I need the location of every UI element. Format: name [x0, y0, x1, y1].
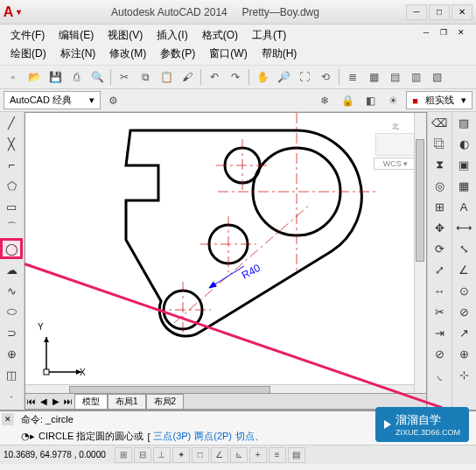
- otrack-icon[interactable]: ∠: [211, 447, 228, 463]
- copy-icon[interactable]: ⧉: [136, 67, 155, 87]
- dim-angular-icon[interactable]: ∠: [452, 259, 475, 280]
- zoom-icon[interactable]: 🔎: [274, 67, 293, 87]
- layer-dropdown[interactable]: ■ 粗实线 ▾: [406, 91, 472, 109]
- menu-view[interactable]: 视图(V): [101, 26, 150, 45]
- menu-draw[interactable]: 绘图(D): [4, 45, 53, 63]
- viewcube[interactable]: 北 WCS ▾: [374, 122, 417, 170]
- array-icon[interactable]: ⊞: [428, 196, 451, 217]
- zoom-prev-icon[interactable]: ⟲: [316, 67, 335, 87]
- scale-icon[interactable]: ⤢: [428, 259, 451, 280]
- dim-diameter-icon[interactable]: ⊘: [452, 301, 475, 322]
- doc-close-button[interactable]: ✕: [453, 26, 469, 39]
- close-button[interactable]: ✕: [452, 4, 472, 20]
- region-icon[interactable]: ▣: [452, 154, 475, 175]
- make-block-icon[interactable]: ◫: [0, 364, 23, 385]
- menu-help[interactable]: 帮助(H): [255, 45, 304, 63]
- circle-icon[interactable]: ◯: [0, 238, 23, 259]
- drawing-canvas[interactable]: R40 X Y 北 WCS ▾ ⏮ ◀ ▶ ⏭ 模型 布局1 布: [24, 112, 427, 410]
- pan-icon[interactable]: ✋: [253, 67, 272, 87]
- calc-icon[interactable]: ▧: [427, 67, 446, 87]
- tab-first-icon[interactable]: ⏮: [25, 396, 38, 406]
- qp-icon[interactable]: ▤: [288, 447, 305, 463]
- tolerance-icon[interactable]: ⊕: [452, 343, 475, 364]
- layer-state-icon[interactable]: ❄: [315, 91, 334, 110]
- ellipse-icon[interactable]: ⬭: [0, 301, 23, 322]
- osnap-icon[interactable]: □: [192, 447, 209, 463]
- workspace-gear-icon[interactable]: ⚙: [104, 91, 123, 110]
- designcenter-icon[interactable]: ▦: [364, 67, 383, 87]
- spline-icon[interactable]: ∿: [0, 280, 23, 301]
- undo-icon[interactable]: ↶: [205, 67, 224, 87]
- snap-icon[interactable]: ⊞: [115, 447, 132, 463]
- ellipse-arc-icon[interactable]: ⊃: [0, 322, 23, 343]
- mirror-icon[interactable]: ⧗: [428, 154, 451, 175]
- print-icon[interactable]: ⎙: [66, 67, 86, 87]
- menu-window[interactable]: 窗口(W): [202, 45, 254, 63]
- dyn-icon[interactable]: +: [249, 447, 267, 463]
- xline-icon[interactable]: ╳: [0, 133, 23, 154]
- tab-layout1[interactable]: 布局1: [108, 394, 146, 410]
- redo-icon[interactable]: ↷: [226, 67, 245, 87]
- sheetset-icon[interactable]: ▥: [406, 67, 425, 87]
- preview-icon[interactable]: 🔍: [88, 67, 107, 87]
- ortho-icon[interactable]: ⊥: [153, 447, 171, 463]
- doc-minimize-button[interactable]: ─: [418, 26, 434, 39]
- lwt-icon[interactable]: ≡: [269, 447, 286, 463]
- wcs-label[interactable]: WCS ▾: [374, 158, 417, 170]
- cut-icon[interactable]: ✂: [115, 67, 134, 87]
- table-icon[interactable]: ▦: [452, 175, 475, 196]
- zoom-window-icon[interactable]: ⛶: [295, 67, 314, 87]
- arc-icon[interactable]: ⌒: [0, 217, 23, 238]
- gradient-icon[interactable]: ◐: [452, 133, 475, 154]
- tab-prev-icon[interactable]: ◀: [38, 396, 50, 406]
- center-mark-icon[interactable]: ⊹: [452, 364, 475, 385]
- tab-layout2[interactable]: 布局2: [146, 394, 185, 410]
- menu-parametric[interactable]: 参数(P): [153, 45, 202, 63]
- revcloud-icon[interactable]: ☁: [0, 259, 23, 280]
- menu-edit[interactable]: 编辑(E): [52, 26, 101, 45]
- dim-aligned-icon[interactable]: ⤡: [452, 238, 475, 259]
- open-icon[interactable]: 📂: [24, 67, 44, 87]
- vertical-scrollbar[interactable]: [414, 113, 426, 396]
- ducs-icon[interactable]: ⊾: [230, 447, 248, 463]
- extend-icon[interactable]: ⇥: [428, 322, 451, 343]
- point-icon[interactable]: ·: [0, 385, 23, 406]
- erase-icon[interactable]: ⌫: [428, 112, 451, 133]
- cmd-close-icon[interactable]: ✕: [2, 413, 14, 425]
- minimize-button[interactable]: ─: [406, 4, 427, 20]
- break-icon[interactable]: ⊘: [428, 343, 451, 364]
- paste-icon[interactable]: 📋: [157, 67, 176, 87]
- tab-last-icon[interactable]: ⏭: [62, 396, 74, 406]
- copy-obj-icon[interactable]: ⿻: [428, 133, 451, 154]
- workspace-dropdown[interactable]: AutoCAD 经典 ▾: [4, 91, 101, 109]
- cmd-opt-3p[interactable]: 三点(3P): [153, 430, 191, 443]
- app-logo-icon[interactable]: A▾: [0, 0, 24, 25]
- polyline-icon[interactable]: ⌐: [0, 154, 23, 175]
- dim-radius-icon[interactable]: ⊙: [452, 280, 475, 301]
- menu-dimension[interactable]: 标注(N): [53, 45, 103, 63]
- layer-color-icon[interactable]: ◧: [360, 91, 380, 110]
- offset-icon[interactable]: ◎: [428, 175, 451, 196]
- cmd-opt-ttr[interactable]: 切点、: [235, 430, 264, 443]
- menu-tools[interactable]: 工具(T): [245, 26, 293, 45]
- menu-modify[interactable]: 修改(M): [102, 45, 153, 63]
- scroll-thumb[interactable]: [416, 139, 424, 262]
- line-icon[interactable]: ╱: [0, 112, 23, 133]
- stretch-icon[interactable]: ↔: [428, 280, 451, 301]
- menu-format[interactable]: 格式(O): [195, 26, 245, 45]
- trim-icon[interactable]: ✂: [428, 301, 451, 322]
- move-icon[interactable]: ✥: [428, 217, 451, 238]
- insert-block-icon[interactable]: ⊕: [0, 343, 23, 364]
- save-icon[interactable]: 💾: [46, 67, 65, 87]
- cmd-opt-2p[interactable]: 两点(2P): [194, 430, 232, 443]
- menu-insert[interactable]: 插入(I): [150, 26, 194, 45]
- hatch-icon[interactable]: ▨: [452, 112, 475, 133]
- polar-icon[interactable]: ✦: [172, 447, 190, 463]
- tab-model[interactable]: 模型: [74, 394, 108, 410]
- tab-next-icon[interactable]: ▶: [50, 396, 62, 406]
- rectangle-icon[interactable]: ▭: [0, 196, 23, 217]
- layer-lock-icon[interactable]: 🔒: [338, 91, 357, 110]
- dim-linear-icon[interactable]: ⟷: [452, 217, 475, 238]
- maximize-button[interactable]: □: [429, 4, 450, 20]
- text-icon[interactable]: A: [452, 196, 475, 217]
